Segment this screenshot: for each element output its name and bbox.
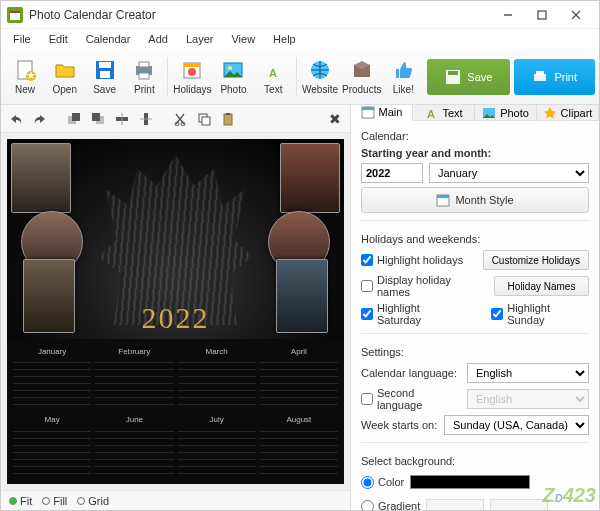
collage-photo[interactable]	[11, 143, 71, 213]
canvas-area: ✖ 2022 January February March April	[1, 105, 351, 510]
toolbar-separator	[296, 57, 297, 97]
svg-text:A: A	[427, 108, 435, 120]
menu-calendar[interactable]: Calendar	[78, 31, 139, 47]
zoom-fit-option[interactable]: Fit	[9, 495, 32, 507]
close-button[interactable]	[559, 3, 593, 27]
print-icon	[132, 58, 156, 82]
website-button[interactable]: Website	[301, 53, 339, 101]
products-button[interactable]: Products	[341, 53, 382, 101]
align-vertical-button[interactable]	[135, 108, 157, 130]
like-button[interactable]: Like!	[384, 53, 422, 101]
svg-rect-27	[534, 74, 546, 81]
calendar-language-select[interactable]: English	[467, 363, 589, 383]
month-style-icon	[436, 193, 450, 207]
menu-help[interactable]: Help	[265, 31, 304, 47]
minimize-button[interactable]	[491, 3, 525, 27]
zoom-fill-option[interactable]: Fill	[42, 495, 67, 507]
print-icon	[532, 69, 548, 85]
month-cell[interactable]: June	[95, 415, 173, 480]
photo-collage: 2022	[7, 139, 344, 339]
svg-rect-44	[362, 107, 374, 110]
collage-photo[interactable]	[23, 259, 75, 333]
tab-main[interactable]: Main	[351, 105, 413, 121]
collage-photo[interactable]	[280, 143, 340, 213]
open-button[interactable]: Open	[46, 53, 84, 101]
calendar-language-label: Calendar language:	[361, 367, 461, 379]
customize-holidays-button[interactable]: Customize Holidays	[483, 250, 589, 270]
panel-tabs: Main AText Photo Clipart	[351, 105, 599, 121]
month-cell[interactable]: August	[260, 415, 338, 480]
properties-panel: Main AText Photo Clipart Calendar: Start…	[351, 105, 599, 510]
svg-rect-12	[100, 71, 110, 78]
undo-button[interactable]	[5, 108, 27, 130]
menu-view[interactable]: View	[223, 31, 263, 47]
holiday-names-button[interactable]: Holiday Names	[494, 276, 589, 296]
tab-photo[interactable]: Photo	[475, 105, 537, 120]
toolbar-separator	[167, 57, 168, 97]
menu-edit[interactable]: Edit	[41, 31, 76, 47]
month-style-button[interactable]: Month Style	[361, 187, 589, 213]
section-calendar-label: Calendar:	[361, 130, 589, 142]
week-starts-select[interactable]: Sunday (USA, Canada)	[444, 415, 589, 435]
month-cell[interactable]: March	[178, 347, 256, 412]
collage-photo[interactable]	[276, 259, 328, 333]
calendar-page[interactable]: 2022 January February March April May Ju…	[7, 139, 344, 484]
tab-text[interactable]: AText	[413, 105, 475, 120]
maximize-button[interactable]	[525, 3, 559, 27]
bring-front-button[interactable]	[63, 108, 85, 130]
products-icon	[350, 58, 374, 82]
zoom-grid-option[interactable]: Grid	[77, 495, 109, 507]
month-select[interactable]: January	[429, 163, 589, 183]
month-cell[interactable]: January	[13, 347, 91, 412]
delete-button[interactable]: ✖	[324, 108, 346, 130]
svg-rect-48	[437, 195, 449, 198]
month-cell[interactable]: July	[178, 415, 256, 480]
year-display: 2022	[142, 301, 210, 335]
text-button[interactable]: AText	[254, 53, 292, 101]
cut-button[interactable]	[169, 108, 191, 130]
new-button[interactable]: ★New	[6, 53, 44, 101]
save-button[interactable]: Save	[86, 53, 124, 101]
bg-color-swatch[interactable]	[410, 475, 530, 489]
month-cell[interactable]: May	[13, 415, 91, 480]
display-holiday-names-checkbox[interactable]: Display holiday names	[361, 274, 482, 298]
svg-point-20	[228, 66, 232, 70]
bg-gradient-radio[interactable]: Gradient	[361, 500, 420, 511]
svg-rect-41	[224, 114, 232, 125]
second-language-checkbox[interactable]: Second language	[361, 387, 461, 411]
calendar-grid: January February March April May June Ju…	[7, 343, 344, 484]
copy-button[interactable]	[193, 108, 215, 130]
menu-bar: File Edit Calendar Add Layer View Help	[1, 29, 599, 49]
photo-button[interactable]: Photo	[215, 53, 253, 101]
tab-clipart[interactable]: Clipart	[537, 105, 599, 120]
save-big-button[interactable]: Save	[427, 59, 510, 95]
svg-text:A: A	[269, 67, 277, 79]
menu-file[interactable]: File	[5, 31, 39, 47]
month-cell[interactable]: February	[95, 347, 173, 412]
main-icon	[361, 105, 375, 119]
year-spinner[interactable]	[361, 163, 423, 183]
redo-button[interactable]	[29, 108, 51, 130]
highlight-sunday-checkbox[interactable]: Highlight Sunday	[491, 302, 589, 326]
panel-body: Calendar: Starting year and month: Janua…	[351, 121, 599, 510]
svg-rect-14	[139, 62, 149, 67]
like-icon	[391, 58, 415, 82]
menu-add[interactable]: Add	[140, 31, 176, 47]
paste-button[interactable]	[217, 108, 239, 130]
bg-color-radio[interactable]: Color	[361, 476, 404, 489]
svg-rect-17	[184, 63, 200, 67]
svg-rect-4	[538, 11, 546, 19]
print-button[interactable]: Print	[125, 53, 163, 101]
print-big-button[interactable]: Print	[514, 59, 595, 95]
align-horizontal-button[interactable]	[111, 108, 133, 130]
send-back-button[interactable]	[87, 108, 109, 130]
holidays-button[interactable]: Holidays	[172, 53, 212, 101]
menu-layer[interactable]: Layer	[178, 31, 222, 47]
canvas-viewport[interactable]: 2022 January February March April May Ju…	[1, 133, 350, 490]
save-icon	[445, 69, 461, 85]
highlight-saturday-checkbox[interactable]: Highlight Saturday	[361, 302, 465, 326]
new-icon: ★	[13, 58, 37, 82]
highlight-holidays-checkbox[interactable]: Highlight holidays	[361, 254, 463, 266]
month-cell[interactable]: April	[260, 347, 338, 412]
website-icon	[308, 58, 332, 82]
